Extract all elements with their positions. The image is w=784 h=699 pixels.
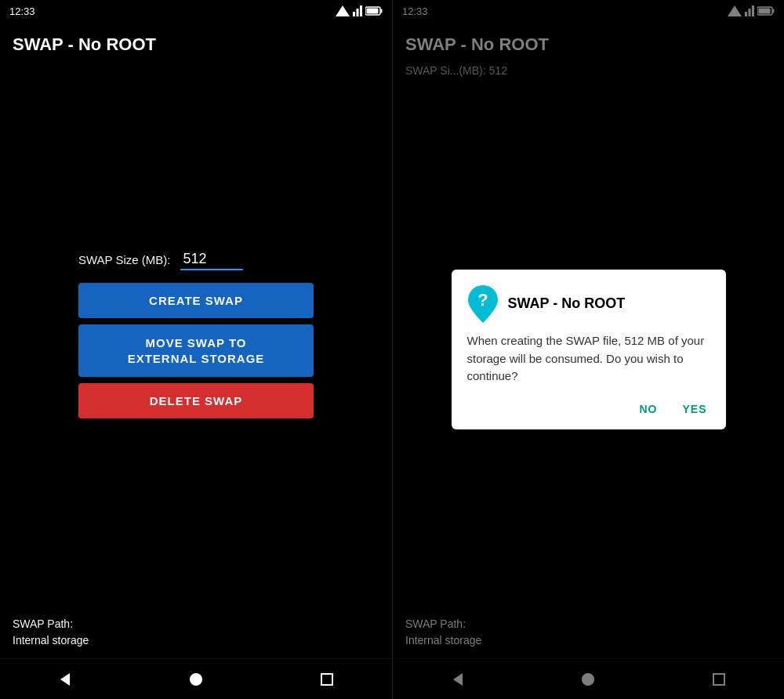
svg-marker-0 bbox=[336, 5, 350, 16]
main-content-1: SWAP Size (MB): CREATE SWAP MOVE SWAP TO… bbox=[0, 61, 392, 607]
dialog-title: SWAP - No ROOT bbox=[508, 295, 626, 312]
app-title-1: SWAP - No ROOT bbox=[0, 22, 392, 61]
svg-rect-3 bbox=[360, 5, 362, 16]
recent-button-1[interactable] bbox=[307, 664, 347, 695]
delete-swap-button[interactable]: DELETE SWAP bbox=[78, 383, 314, 418]
swap-path-1: SWAP Path: Internal storage bbox=[0, 607, 392, 658]
signal-icon-1 bbox=[336, 5, 350, 16]
swap-path-label-1: SWAP Path: bbox=[13, 618, 73, 630]
svg-rect-1 bbox=[353, 12, 355, 16]
mobile-data-icon-1 bbox=[353, 5, 362, 16]
dialog-actions: NO YES bbox=[467, 398, 710, 420]
screen-2: 12:33 SWAP - No ROOT SWAP Si...(MB): 512 bbox=[392, 0, 784, 699]
dialog-header: ? SWAP - No ROOT bbox=[467, 285, 710, 321]
status-icons-1 bbox=[336, 5, 383, 16]
swap-size-input-1[interactable] bbox=[180, 249, 243, 270]
dialog-body: When creating the SWAP file, 512 MB of y… bbox=[467, 332, 710, 386]
svg-rect-5 bbox=[381, 9, 383, 13]
dialog-overlay: ? SWAP - No ROOT When creating the SWAP … bbox=[393, 0, 784, 699]
swap-size-label-1: SWAP Size (MB): bbox=[78, 253, 171, 266]
dialog-yes-button[interactable]: YES bbox=[679, 398, 710, 420]
battery-icon-1 bbox=[365, 6, 383, 16]
swap-size-row-1: SWAP Size (MB): bbox=[13, 249, 243, 270]
home-icon-1 bbox=[189, 672, 203, 686]
dialog-question-icon: ? bbox=[467, 285, 499, 321]
swap-path-value-1: Internal storage bbox=[13, 634, 89, 646]
home-button-1[interactable] bbox=[176, 664, 216, 695]
dialog-no-button[interactable]: NO bbox=[636, 398, 660, 420]
svg-marker-7 bbox=[60, 673, 70, 686]
dialog: ? SWAP - No ROOT When creating the SWAP … bbox=[452, 270, 726, 429]
status-bar-1: 12:33 bbox=[0, 0, 392, 22]
button-group-1: CREATE SWAP MOVE SWAP TO EXTERNAL STORAG… bbox=[78, 283, 314, 418]
svg-text:?: ? bbox=[477, 290, 488, 310]
create-swap-button[interactable]: CREATE SWAP bbox=[78, 283, 314, 318]
nav-bar-1 bbox=[0, 658, 392, 699]
back-button-1[interactable] bbox=[45, 664, 85, 695]
move-swap-label: MOVE SWAP TO EXTERNAL STORAGE bbox=[128, 336, 265, 365]
status-time-1: 12:33 bbox=[9, 5, 35, 17]
svg-rect-9 bbox=[321, 674, 332, 685]
svg-rect-2 bbox=[357, 9, 359, 16]
svg-rect-6 bbox=[367, 9, 379, 14]
move-swap-button[interactable]: MOVE SWAP TO EXTERNAL STORAGE bbox=[78, 324, 314, 377]
svg-point-8 bbox=[190, 673, 202, 686]
screen-1: 12:33 SWAP - No ROOT SWAP Size (MB): bbox=[0, 0, 392, 699]
back-icon-1 bbox=[57, 672, 73, 687]
recent-icon-1 bbox=[321, 673, 333, 686]
